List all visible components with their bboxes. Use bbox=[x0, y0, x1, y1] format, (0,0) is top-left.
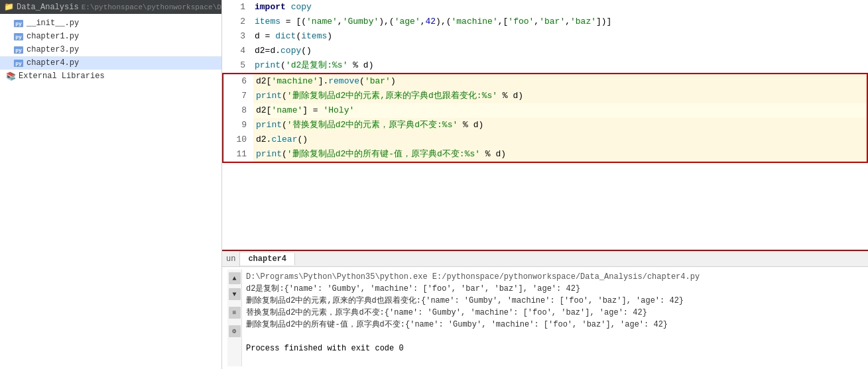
line-number-4: 4 bbox=[222, 44, 252, 58]
sidebar-item-chapter4-py[interactable]: py chapter4.py bbox=[0, 56, 221, 70]
line-number-1: 1 bbox=[222, 0, 252, 15]
output-line-5 bbox=[246, 331, 859, 343]
sidebar-item-label: chapter4.py bbox=[27, 58, 79, 68]
code-line-1: 1 import copy bbox=[222, 0, 868, 15]
py-file-icon: py bbox=[13, 31, 24, 42]
bottom-panel: un chapter4 ▲ ▼ ≡ ⚙ D:\Programs\Python\P… bbox=[222, 250, 868, 369]
py-file-icon: py bbox=[13, 44, 24, 55]
code-line-9: 9 print('替换复制品d2中的元素，原字典d不变:%s' % d) bbox=[223, 118, 867, 132]
code-editor[interactable]: 1 import copy 2 items = [('name','Gumby'… bbox=[222, 0, 868, 250]
sidebar-item-label: __init__.py bbox=[27, 19, 79, 28]
sidebar-item-label: chapter1.py bbox=[27, 32, 79, 41]
line-content-4: d2=d.copy() bbox=[252, 44, 868, 58]
line-content-2: items = [('name','Gumby'),('age',42),('m… bbox=[252, 15, 868, 29]
bottom-tabs: un chapter4 bbox=[222, 251, 868, 267]
code-line-3: 3 d = dict(items) bbox=[222, 29, 868, 44]
output-line-3: 替换复制品d2中的元素，原字典d不变:{'name': 'Gumby', 'ma… bbox=[246, 307, 859, 319]
line-content-6: d2['machine'].remove('bar') bbox=[253, 74, 867, 89]
bottom-tab-chapter4[interactable]: chapter4 bbox=[240, 253, 295, 265]
sidebar-header: 📁 Data_Analysis E:\pythonspace\pythonwor… bbox=[0, 0, 221, 14]
sidebar-item-init-py[interactable]: py __init__.py bbox=[0, 17, 221, 30]
line-content-9: print('替换复制品d2中的元素，原字典d不变:%s' % d) bbox=[253, 118, 867, 132]
code-line-11: 11 print('删除复制品d2中的所有键-值，原字典d不变:%s' % d) bbox=[223, 147, 867, 162]
sidebar-item-external-libs[interactable]: 📚 External Libraries bbox=[0, 70, 221, 83]
line-content-7: print('删除复制品d2中的元素,原来的字典d也跟着变化:%s' % d) bbox=[253, 89, 867, 103]
main-container: 📁 Data_Analysis E:\pythonspace\pythonwor… bbox=[0, 0, 868, 369]
output-line-4: 删除复制品d2中的所有键-值，原字典d不变:{'name': 'Gumby', … bbox=[246, 319, 859, 331]
line-content-8: d2['name'] = 'Holy' bbox=[253, 103, 867, 118]
sidebar: 📁 Data_Analysis E:\pythonspace\pythonwor… bbox=[0, 0, 222, 369]
sidebar-item-chapter3-py[interactable]: py chapter3.py bbox=[0, 43, 221, 56]
sidebar-tree: py __init__.py py chapter1.py py chapter… bbox=[0, 14, 221, 85]
line-number-11: 11 bbox=[223, 147, 253, 162]
run-label: un bbox=[222, 251, 240, 266]
line-content-3: d = dict(items) bbox=[252, 29, 868, 44]
line-content-5: print('d2是复制:%s' % d) bbox=[252, 58, 868, 73]
code-line-5: 5 print('d2是复制:%s' % d) bbox=[222, 58, 868, 73]
sidebar-project-icon: 📁 bbox=[4, 2, 14, 12]
code-line-2: 2 items = [('name','Gumby'),('age',42),(… bbox=[222, 15, 868, 29]
scroll-down-btn[interactable]: ▼ bbox=[229, 288, 241, 300]
line-number-8: 8 bbox=[223, 103, 253, 118]
output-line-6: Process finished with exit code 0 bbox=[246, 343, 859, 354]
highlighted-box: 6 d2['machine'].remove('bar') 7 print('删… bbox=[222, 73, 868, 163]
scroll-up-btn[interactable]: ▲ bbox=[229, 272, 241, 284]
line-number-5: 5 bbox=[222, 58, 252, 73]
filter-btn[interactable]: ≡ bbox=[229, 307, 241, 319]
cmd-line: D:\Programs\Python\Python35\python.exe E… bbox=[246, 271, 859, 283]
code-line-6: 6 d2['machine'].remove('bar') bbox=[223, 74, 867, 89]
line-number-2: 2 bbox=[222, 15, 252, 29]
line-content-1: import copy bbox=[252, 0, 868, 15]
code-line-8: 8 d2['name'] = 'Holy' bbox=[223, 103, 867, 118]
line-number-7: 7 bbox=[223, 89, 253, 103]
line-number-10: 10 bbox=[223, 132, 253, 147]
output-text-area: D:\Programs\Python\Python35\python.exe E… bbox=[242, 270, 863, 366]
sidebar-item-chapter1-py[interactable]: py chapter1.py bbox=[0, 30, 221, 43]
sidebar-header-path: E:\pythonspace\pythonworkspace\D bbox=[82, 3, 221, 11]
sidebar-item-label: chapter3.py bbox=[27, 45, 79, 54]
output-line-2: 删除复制品d2中的元素,原来的字典d也跟着变化:{'name': 'Gumby'… bbox=[246, 295, 859, 307]
folder-icon: 📚 bbox=[5, 71, 16, 81]
code-line-7: 7 print('删除复制品d2中的元素,原来的字典d也跟着变化:%s' % d… bbox=[223, 89, 867, 103]
py-file-icon: py bbox=[13, 18, 24, 28]
code-line-10: 10 d2.clear() bbox=[223, 132, 867, 147]
run-text: un bbox=[226, 254, 235, 264]
settings-btn[interactable]: ⚙ bbox=[229, 325, 241, 337]
line-content-10: d2.clear() bbox=[253, 132, 867, 147]
line-number-3: 3 bbox=[222, 29, 252, 44]
bottom-content: ▲ ▼ ≡ ⚙ D:\Programs\Python\Python35\pyth… bbox=[222, 267, 868, 369]
line-number-6: 6 bbox=[223, 74, 253, 89]
line-content-11: print('删除复制品d2中的所有键-值，原字典d不变:%s' % d) bbox=[253, 147, 867, 162]
output-line-1: d2是复制:{'name': 'Gumby', 'machine': ['foo… bbox=[246, 283, 859, 295]
sidebar-item-label: External Libraries bbox=[19, 72, 105, 81]
py-file-icon: py bbox=[13, 58, 24, 68]
sidebar-header-title: Data_Analysis bbox=[17, 3, 79, 12]
code-line-4: 4 d2=d.copy() bbox=[222, 44, 868, 58]
line-number-9: 9 bbox=[223, 118, 253, 132]
bottom-side-icons: ▲ ▼ ≡ ⚙ bbox=[227, 270, 242, 366]
editor-panel: 1 import copy 2 items = [('name','Gumby'… bbox=[222, 0, 868, 369]
